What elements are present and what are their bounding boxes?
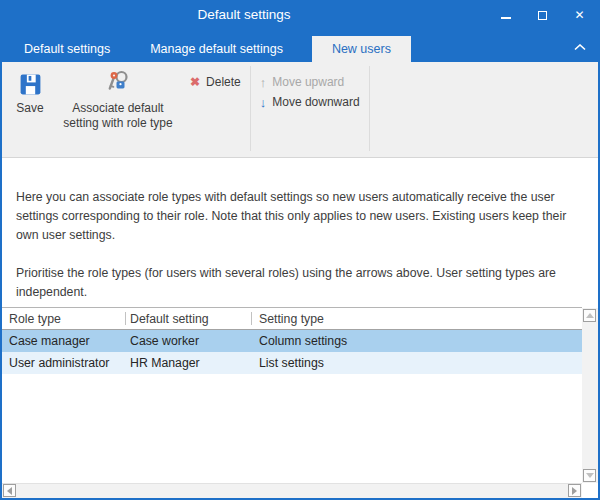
vertical-scrollbar[interactable] (582, 308, 598, 483)
role-type-table: Role type Default setting Setting type C… (2, 307, 582, 374)
move-upward-button[interactable]: ↑ Move upward (254, 72, 366, 92)
triangle-down-icon (586, 473, 594, 478)
save-button-label: Save (16, 101, 43, 116)
ribbon-toolbar: Save Associate default setting with role… (2, 62, 598, 158)
move-group: ↑ Move upward ↓ Move downward (254, 62, 366, 157)
triangle-left-icon (7, 487, 12, 495)
move-downward-label: Move downward (272, 95, 359, 109)
description-paragraph-2: Prioritise the role types (for users wit… (16, 264, 586, 302)
cell-role-type: User administrator (2, 356, 125, 370)
maximize-button[interactable] (524, 0, 561, 30)
scrollbar-corner (582, 483, 598, 498)
associate-default-setting-button[interactable]: Associate default setting with role type (56, 62, 180, 157)
scroll-left-button[interactable] (3, 484, 16, 497)
arrow-up-icon: ↑ (260, 76, 267, 89)
close-icon: ✕ (574, 9, 584, 21)
column-header-role-type[interactable]: Role type (2, 308, 125, 329)
close-button[interactable]: ✕ (561, 0, 598, 30)
table-row[interactable]: Case manager Case worker Column settings (2, 330, 582, 352)
maximize-icon (538, 11, 547, 20)
move-upward-label: Move upward (272, 75, 344, 89)
arrow-down-icon: ↓ (260, 96, 267, 109)
titlebar[interactable]: Default settings ✕ (2, 0, 598, 30)
associate-button-label: Associate default setting with role type (57, 101, 179, 131)
window-title: Default settings (2, 0, 486, 30)
chevron-up-icon (574, 44, 586, 51)
tab-default-settings[interactable]: Default settings (4, 36, 130, 62)
table-row[interactable]: User administrator HR Manager List setti… (2, 352, 582, 374)
triangle-right-icon (572, 487, 577, 495)
description-paragraph-1: Here you can associate role types with d… (16, 188, 586, 245)
tab-new-users[interactable]: New users (312, 36, 411, 62)
delete-x-icon: ✖ (190, 76, 200, 88)
triangle-up-icon (586, 313, 594, 318)
delete-group: ✖ Delete (184, 62, 247, 157)
tab-manage-default-settings[interactable]: Manage default settings (130, 36, 303, 62)
cell-setting-type: Column settings (251, 334, 582, 348)
column-header-setting-type[interactable]: Setting type (251, 308, 582, 329)
cell-default-setting: Case worker (125, 334, 251, 348)
table-header-row: Role type Default setting Setting type (2, 307, 582, 330)
horizontal-scrollbar[interactable] (2, 483, 582, 498)
ribbon-tabstrip: Default settings Manage default settings… (2, 30, 598, 62)
key-ring-icon (105, 69, 131, 97)
cell-setting-type: List settings (251, 356, 582, 370)
window-controls: ✕ (487, 0, 598, 30)
content-panel: Here you can associate role types with d… (2, 158, 598, 498)
minimize-button[interactable] (487, 0, 524, 30)
floppy-disk-icon (18, 69, 43, 97)
scroll-up-button[interactable] (583, 309, 596, 322)
description-text: Here you can associate role types with d… (2, 158, 598, 302)
scroll-right-button[interactable] (568, 484, 581, 497)
minimize-icon (501, 17, 511, 19)
ribbon-group-separator (250, 66, 251, 151)
cell-role-type: Case manager (2, 334, 125, 348)
cell-default-setting: HR Manager (125, 356, 251, 370)
collapse-ribbon-button[interactable] (570, 37, 590, 57)
move-downward-button[interactable]: ↓ Move downward (254, 92, 366, 112)
delete-button-label: Delete (206, 75, 241, 89)
delete-button[interactable]: ✖ Delete (184, 72, 247, 92)
column-header-default-setting[interactable]: Default setting (125, 308, 251, 329)
ribbon-group-separator (369, 66, 370, 151)
scroll-down-button[interactable] (583, 469, 596, 482)
default-settings-window: Default settings ✕ Default settings Mana… (0, 0, 600, 500)
save-button[interactable]: Save (6, 62, 54, 157)
